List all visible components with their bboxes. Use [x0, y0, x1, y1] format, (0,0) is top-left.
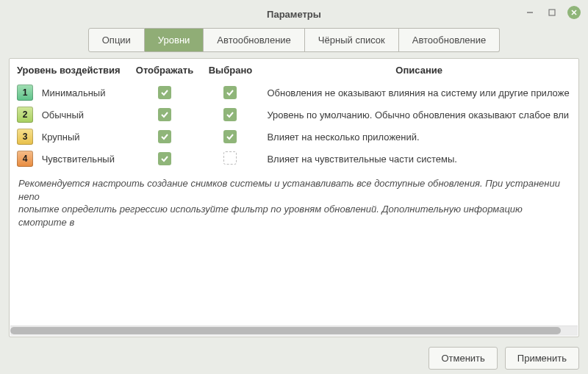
tab-autoupdate-1[interactable]: Автообновление [204, 28, 305, 52]
content-wrap: Уровень воздействия Отображать Выбрано О… [0, 58, 588, 342]
selected-checkbox[interactable] [223, 151, 237, 165]
level-description: Влияет на чувствительные части системы. [259, 148, 578, 170]
level-badge-1: 1 [17, 84, 33, 101]
scrollbar-thumb[interactable] [10, 327, 561, 334]
recommendation-note: Рекомендуется настроить создание снимков… [10, 170, 578, 231]
level-name: Минимальный [42, 87, 106, 98]
levels-panel: Уровень воздействия Отображать Выбрано О… [9, 58, 579, 337]
levels-table: Уровень воздействия Отображать Выбрано О… [10, 59, 578, 170]
svg-rect-1 [549, 10, 555, 15]
maximize-icon[interactable] [545, 6, 559, 19]
tab-blacklist[interactable]: Чёрный список [305, 28, 399, 52]
tab-levels[interactable]: Уровни [145, 28, 204, 52]
tabbar: Опции Уровни Автообновление Чёрный списо… [0, 28, 588, 58]
dialog-window: { "title": "Параметры", "tabs": [ { "lab… [0, 0, 588, 374]
level-badge-2: 2 [17, 107, 33, 123]
col-description-header[interactable]: Описание [259, 59, 578, 82]
table-row[interactable]: 4 Чувствительный Влияет на чувствительны… [10, 148, 578, 170]
selected-checkbox[interactable] [223, 130, 237, 143]
titlebar: Параметры [0, 0, 588, 28]
level-name: Чувствительный [42, 154, 115, 165]
tab-autoupdate-2[interactable]: Автообновление [399, 28, 501, 52]
col-level-header[interactable]: Уровень воздействия [10, 59, 129, 82]
level-badge-3: 3 [17, 129, 33, 145]
level-name: Обычный [42, 109, 84, 121]
col-display-header[interactable]: Отображать [129, 59, 201, 82]
selected-checkbox[interactable] [223, 108, 237, 121]
display-checkbox[interactable] [158, 86, 171, 99]
col-selected-header[interactable]: Выбрано [201, 59, 259, 82]
level-description: Влияет на несколько приложений. [259, 126, 578, 148]
cancel-button[interactable]: Отменить [429, 347, 497, 370]
table-row[interactable]: 2 Обычный Уровень по умолчанию. Обычно о… [10, 104, 578, 126]
dialog-footer: Отменить Применить [0, 342, 588, 374]
window-title: Параметры [267, 9, 321, 20]
level-description: Уровень по умолчанию. Обычно обновления … [259, 104, 578, 126]
level-name: Крупный [42, 132, 80, 143]
minimize-icon[interactable] [523, 6, 537, 19]
level-badge-4: 4 [17, 151, 33, 167]
close-icon[interactable] [567, 6, 581, 19]
display-checkbox[interactable] [158, 108, 171, 121]
window-controls [523, 6, 581, 19]
tab-options[interactable]: Опции [88, 28, 145, 52]
display-checkbox[interactable] [158, 130, 171, 143]
level-description: Обновления не оказывают влияния на систе… [259, 82, 578, 104]
horizontal-scrollbar[interactable] [10, 326, 578, 336]
display-checkbox[interactable] [158, 152, 171, 165]
table-row[interactable]: 3 Крупный Влияет на несколько приложений… [10, 126, 578, 148]
apply-button[interactable]: Применить [505, 347, 579, 370]
table-row[interactable]: 1 Минимальный Обновления не оказывают вл… [10, 82, 578, 104]
panel-filler [10, 231, 578, 326]
selected-checkbox[interactable] [223, 86, 237, 99]
